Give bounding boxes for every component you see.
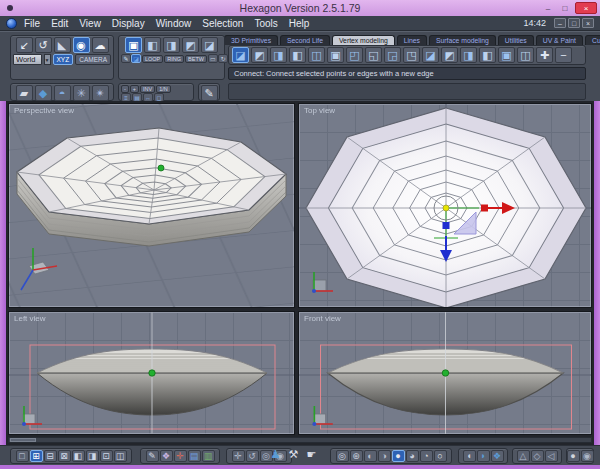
extract-along-tool-icon[interactable]: ◧ xyxy=(479,47,496,63)
left-canvas[interactable] xyxy=(9,312,295,435)
vertical-split-layout-icon[interactable]: ◫ xyxy=(114,450,127,462)
tab-surface-modeling[interactable]: Surface modeling xyxy=(429,35,496,45)
remove-points-tool-icon[interactable]: − xyxy=(555,47,572,63)
flat-shading-icon[interactable]: ◐ xyxy=(364,450,377,462)
select-cycle-icon[interactable]: ↻ xyxy=(218,54,228,63)
prism-display-icon[interactable]: ◇ xyxy=(531,450,544,462)
viewport-top[interactable]: Top view xyxy=(298,103,592,308)
flower-material-icon[interactable]: ❖ xyxy=(491,450,504,462)
fast-extrude-tool-icon[interactable]: ◰ xyxy=(346,47,363,63)
blue-disc-material-icon[interactable]: ◗ xyxy=(477,450,490,462)
quad-view-layout-icon[interactable]: ⊞ xyxy=(30,450,43,462)
pivot-point[interactable] xyxy=(443,205,449,211)
speaker-display-icon[interactable]: ◁ xyxy=(545,450,558,462)
sweep-surface-tool-icon[interactable]: ◱ xyxy=(365,47,382,63)
smoothlines-shading-icon[interactable]: ◕ xyxy=(406,450,419,462)
target-weld-tool-icon[interactable]: ◨ xyxy=(270,47,287,63)
cone-pick-tool-icon[interactable]: ◣ xyxy=(54,37,71,53)
chamfer-tool-icon[interactable]: ◧ xyxy=(289,47,306,63)
cube-edges-mode-icon[interactable]: ◧ xyxy=(144,37,161,53)
x-axis-handle[interactable] xyxy=(481,205,488,212)
selected-point-marker[interactable] xyxy=(149,370,155,376)
cube-points-mode-icon[interactable]: ▣ xyxy=(125,37,142,53)
title-close-button[interactable]: × xyxy=(575,2,597,14)
dissociate-tool-icon[interactable]: ◪ xyxy=(422,47,439,63)
pen-snap-icon[interactable]: ✎ xyxy=(121,54,131,63)
menubar-close-button[interactable]: × xyxy=(582,18,594,28)
panes-toggle-icon[interactable]: ▤ xyxy=(188,450,201,462)
saucer-top-face[interactable] xyxy=(17,128,286,224)
menu-view[interactable]: View xyxy=(79,18,101,29)
selected-point-marker[interactable] xyxy=(442,370,449,376)
xyz-button[interactable]: XYZ xyxy=(53,54,74,65)
flatlines-shading-icon[interactable]: ◑ xyxy=(378,450,391,462)
viewport-left[interactable]: Left view xyxy=(8,311,295,435)
three-view-top-layout-icon[interactable]: ⊠ xyxy=(58,450,71,462)
connect-tool-icon[interactable]: ◪ xyxy=(232,47,249,63)
menu-file[interactable]: File xyxy=(24,18,40,29)
grid-toggle-icon[interactable]: ✛ xyxy=(174,450,187,462)
cube-object-mode-icon[interactable]: ◪ xyxy=(201,37,218,53)
ratio-selection-button[interactable]: 1/N xyxy=(156,85,171,93)
arrow-tool-icon[interactable]: ↙ xyxy=(16,37,33,53)
horizontal-scrollbar[interactable] xyxy=(8,437,592,443)
title-minimize-button[interactable]: – xyxy=(541,2,555,14)
menu-edit[interactable]: Edit xyxy=(51,18,68,29)
tab-second-life[interactable]: Second Life xyxy=(280,35,330,45)
average-weld-tool-icon[interactable]: ◩ xyxy=(441,47,458,63)
tab-uv-paint[interactable]: UV & Paint xyxy=(536,35,583,45)
backface-display-icon[interactable]: △ xyxy=(517,450,530,462)
textured-shading-icon[interactable]: ◔ xyxy=(420,450,433,462)
ghost-brush-tool-icon[interactable]: ☁ xyxy=(92,37,109,53)
lattice-wheel-icon[interactable]: ✴ xyxy=(92,85,109,101)
columns-toggle-icon[interactable]: ▥ xyxy=(202,450,215,462)
perspective-canvas[interactable] xyxy=(9,104,295,308)
materials-panel-icon[interactable]: ❖ xyxy=(160,450,173,462)
front-canvas[interactable] xyxy=(299,312,592,435)
weld-tool-icon[interactable]: ◩ xyxy=(251,47,268,63)
tab-3d-primitives[interactable]: 3D Primitives xyxy=(224,35,278,45)
viewport-perspective[interactable]: Perspective view xyxy=(8,103,295,308)
scrollbar-thumb[interactable] xyxy=(10,438,36,442)
top-canvas[interactable] xyxy=(299,104,592,308)
hiddenline-shading-icon[interactable]: ⊛ xyxy=(350,450,363,462)
split-left-layout-icon[interactable]: ◧ xyxy=(72,450,85,462)
smooth-shading-icon[interactable]: ● xyxy=(392,450,405,462)
camera-snapshot-icon[interactable]: ◉ xyxy=(581,450,594,462)
menubar-minimize-button[interactable]: – xyxy=(554,18,566,28)
curve-arrow-tool-icon[interactable]: ↺ xyxy=(35,37,52,53)
camera-button[interactable]: CAMERA xyxy=(75,54,111,65)
tab-utilities[interactable]: Utilities xyxy=(498,35,534,45)
render-preview-icon[interactable]: ● xyxy=(567,450,580,462)
eraser-tool-icon[interactable]: ▰ xyxy=(16,85,33,101)
title-bar[interactable]: Hexagon Version 2.5.1.79 –□× xyxy=(0,0,600,16)
texturedlines-shading-icon[interactable]: ○ xyxy=(434,450,447,462)
bridge-tool-icon[interactable]: ◫ xyxy=(517,47,534,63)
fit-view-icon[interactable]: ✛ xyxy=(232,450,245,462)
edge-snap-icon[interactable]: ◪ xyxy=(131,54,141,63)
disc-material-icon[interactable]: ◖ xyxy=(463,450,476,462)
menu-window[interactable]: Window xyxy=(156,18,192,29)
wireframe-shading-icon[interactable]: ◎ xyxy=(336,450,349,462)
y-axis-handle[interactable] xyxy=(443,222,450,229)
menu-display[interactable]: Display xyxy=(112,18,145,29)
tab-custom[interactable]: Custom xyxy=(585,35,600,45)
extrude-face-tool-icon[interactable]: ▣ xyxy=(327,47,344,63)
symmetry-wheel-icon[interactable]: ✳ xyxy=(73,85,90,101)
horizontal-split-layout-icon[interactable]: ⊡ xyxy=(100,450,113,462)
three-view-bottom-layout-icon[interactable]: ⊟ xyxy=(44,450,57,462)
tessellate-tool-icon[interactable]: ◳ xyxy=(403,47,420,63)
split-right-layout-icon[interactable]: ◨ xyxy=(86,450,99,462)
betw-button[interactable]: BETW xyxy=(185,55,207,63)
ring-button[interactable]: RING xyxy=(164,55,184,63)
hexagon-app-icon[interactable] xyxy=(6,18,17,29)
shrink-selection-button[interactable]: - xyxy=(121,85,129,93)
freehand-pen-icon[interactable]: ✎ xyxy=(201,85,218,101)
invert-selection-button[interactable]: INV xyxy=(140,85,155,93)
cube-loop-mode-icon[interactable]: ◩ xyxy=(182,37,199,53)
world-space-select[interactable]: World xyxy=(13,54,42,65)
tab-vertex-modeling[interactable]: Vertex modeling xyxy=(332,35,395,45)
sphere-pick-tool-icon[interactable]: ◉ xyxy=(73,37,90,53)
airbrush-tool-icon[interactable]: ◓ xyxy=(54,85,71,101)
menu-help[interactable]: Help xyxy=(289,18,310,29)
